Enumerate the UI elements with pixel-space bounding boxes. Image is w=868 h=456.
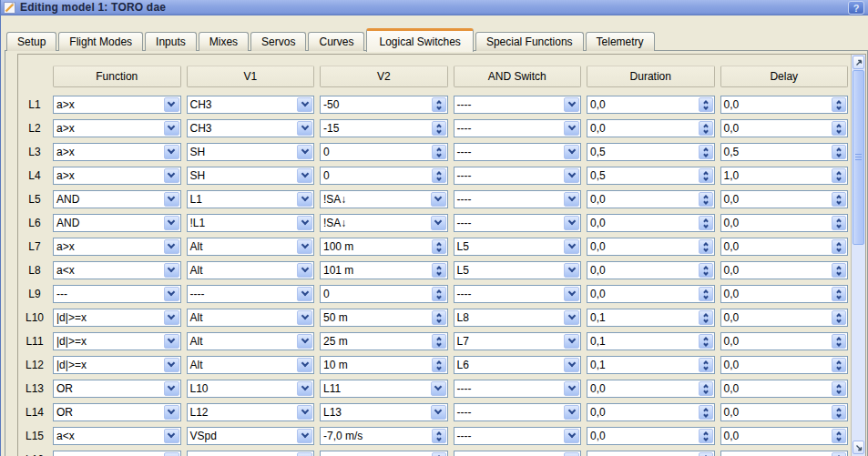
- dropdown-arrow-button[interactable]: [297, 429, 312, 443]
- v1-select[interactable]: L10: [187, 380, 315, 398]
- dropdown-arrow-button[interactable]: [164, 121, 179, 136]
- dropdown-arrow-button[interactable]: [564, 192, 579, 207]
- duration-spinbox[interactable]: 0,0: [587, 285, 715, 303]
- delay-spinbox[interactable]: 1,0: [720, 167, 849, 185]
- dropdown-arrow-button[interactable]: [164, 239, 179, 254]
- function-select[interactable]: a<x: [53, 427, 181, 445]
- spin-down-button[interactable]: [837, 223, 841, 229]
- scroll-up-button[interactable]: [853, 56, 864, 69]
- function-select[interactable]: OR: [53, 403, 181, 421]
- v2-select[interactable]: L11: [320, 380, 448, 398]
- dropdown-arrow-button[interactable]: [564, 358, 579, 372]
- spin-down-button[interactable]: [704, 389, 708, 395]
- v2-spinbox[interactable]: [320, 451, 448, 456]
- v1-select[interactable]: Alt: [187, 309, 315, 327]
- dropdown-arrow-button[interactable]: [564, 97, 579, 112]
- dropdown-arrow-button[interactable]: [164, 429, 179, 443]
- dropdown-arrow-button[interactable]: [564, 121, 579, 136]
- delay-spinbox[interactable]: 0,0: [720, 238, 849, 256]
- spin-down-button[interactable]: [437, 128, 441, 135]
- spin-down-button[interactable]: [837, 436, 841, 442]
- dropdown-arrow-button[interactable]: [564, 145, 579, 159]
- tab[interactable]: Inputs: [145, 32, 197, 51]
- delay-spinbox[interactable]: 0,5: [720, 143, 849, 161]
- spin-up-button[interactable]: [837, 359, 841, 365]
- function-select[interactable]: a>x: [53, 96, 181, 114]
- function-select[interactable]: |d|>=x: [53, 332, 181, 350]
- spin-down-button[interactable]: [437, 176, 441, 182]
- spin-down-button[interactable]: [837, 318, 841, 324]
- and-switch-select[interactable]: ----: [454, 214, 582, 232]
- dropdown-arrow-button[interactable]: [297, 381, 312, 396]
- tab[interactable]: Mixes: [199, 32, 249, 51]
- spin-up-button[interactable]: [837, 406, 841, 412]
- dropdown-arrow-button[interactable]: [564, 168, 579, 183]
- function-select[interactable]: a>x: [53, 143, 181, 161]
- spin-up-button[interactable]: [837, 240, 841, 247]
- duration-spinbox[interactable]: 0,1: [587, 332, 715, 350]
- spin-down-button[interactable]: [704, 223, 708, 229]
- and-switch-select[interactable]: ----: [454, 403, 582, 421]
- v1-select[interactable]: Alt: [187, 261, 315, 279]
- tab[interactable]: Logical Switches: [366, 28, 473, 52]
- duration-spinbox[interactable]: 0,0: [587, 261, 715, 279]
- function-select[interactable]: OR: [53, 380, 181, 398]
- delay-spinbox[interactable]: 0,0: [720, 261, 849, 279]
- and-switch-select[interactable]: L6: [454, 356, 582, 374]
- spin-down-button[interactable]: [837, 152, 841, 158]
- and-switch-select[interactable]: ----: [454, 190, 582, 208]
- dropdown-arrow-button[interactable]: [564, 452, 579, 456]
- delay-spinbox[interactable]: [720, 451, 849, 456]
- dropdown-arrow-button[interactable]: [297, 239, 312, 254]
- spin-down-button[interactable]: [837, 176, 841, 182]
- v1-select[interactable]: !L1: [187, 214, 315, 232]
- tab[interactable]: Flight Modes: [58, 32, 143, 51]
- function-select[interactable]: a>x: [53, 167, 181, 185]
- v2-spinbox[interactable]: 100 m: [320, 238, 448, 256]
- function-select[interactable]: a<x: [53, 261, 181, 279]
- spin-up-button[interactable]: [837, 169, 841, 176]
- dropdown-arrow-button[interactable]: [297, 168, 312, 183]
- delay-spinbox[interactable]: 0,0: [720, 309, 849, 327]
- spin-up-button[interactable]: [837, 311, 841, 318]
- dropdown-arrow-button[interactable]: [164, 287, 179, 301]
- spin-up-button[interactable]: [837, 430, 841, 436]
- dropdown-arrow-button[interactable]: [164, 405, 179, 420]
- dropdown-arrow-button[interactable]: [564, 287, 579, 301]
- delay-spinbox[interactable]: 0,0: [720, 380, 849, 398]
- v2-spinbox[interactable]: -50: [320, 96, 448, 114]
- spin-down-button[interactable]: [704, 318, 708, 324]
- and-switch-select[interactable]: ----: [454, 285, 582, 303]
- duration-spinbox[interactable]: [587, 451, 715, 456]
- v1-select[interactable]: Alt: [187, 332, 315, 350]
- duration-spinbox[interactable]: 0,0: [587, 96, 715, 114]
- scrollbar-thumb[interactable]: [853, 70, 864, 245]
- tab[interactable]: Servos: [250, 32, 306, 51]
- v2-spinbox[interactable]: 101 m: [320, 261, 448, 279]
- dropdown-arrow-button[interactable]: [297, 310, 312, 325]
- vertical-scrollbar[interactable]: [851, 55, 865, 456]
- spin-down-button[interactable]: [704, 365, 708, 371]
- spin-down-button[interactable]: [704, 199, 708, 206]
- v1-select[interactable]: SH: [187, 167, 315, 185]
- dropdown-arrow-button[interactable]: [297, 263, 312, 278]
- spin-down-button[interactable]: [437, 318, 441, 324]
- spin-down-button[interactable]: [704, 247, 708, 253]
- v1-select[interactable]: CH3: [187, 119, 315, 137]
- dropdown-arrow-button[interactable]: [297, 121, 312, 136]
- dropdown-arrow-button[interactable]: [297, 216, 312, 230]
- dropdown-arrow-button[interactable]: [164, 192, 179, 207]
- spin-down-button[interactable]: [704, 128, 708, 135]
- dropdown-arrow-button[interactable]: [164, 334, 179, 349]
- tab[interactable]: Telemetry: [586, 32, 655, 51]
- delay-spinbox[interactable]: 0,0: [720, 190, 849, 208]
- dropdown-arrow-button[interactable]: [564, 381, 579, 396]
- v1-select[interactable]: CH3: [187, 96, 315, 114]
- spin-down-button[interactable]: [437, 365, 441, 371]
- and-switch-select[interactable]: ----: [454, 119, 582, 137]
- dropdown-arrow-button[interactable]: [564, 405, 579, 420]
- dropdown-arrow-button[interactable]: [297, 97, 312, 112]
- v2-spinbox[interactable]: -15: [320, 119, 448, 137]
- dropdown-arrow-button[interactable]: [297, 145, 312, 159]
- v2-spinbox[interactable]: -7,0 m/s: [320, 427, 448, 445]
